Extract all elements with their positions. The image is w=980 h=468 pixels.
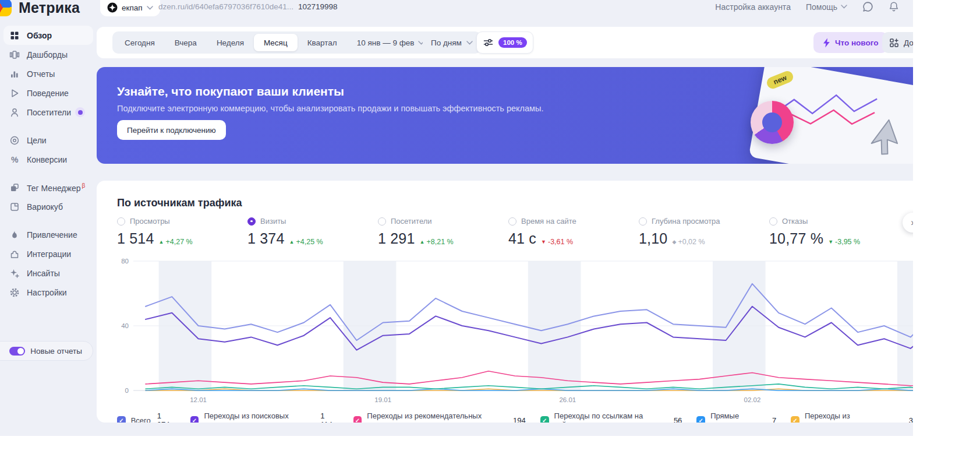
- dashboards-icon: [9, 50, 20, 60]
- sidebar-item-integrations[interactable]: Интеграции: [3, 244, 93, 263]
- checkbox-icon[interactable]: ✓: [117, 416, 126, 423]
- metric-delta: ▲+4,25 %: [289, 238, 323, 246]
- period-tabs: Сегодня Вчера Неделя Месяц Квартал 10 ян…: [112, 31, 437, 54]
- flame-icon: [9, 230, 20, 240]
- metric-visitors: Посетители 1 291 ▲+8,21 %: [378, 217, 508, 247]
- banner-illustration: new: [663, 67, 913, 164]
- whats-new-button[interactable]: Что нового: [813, 32, 887, 53]
- sidebar-item-conversions[interactable]: % Конверсии: [3, 150, 93, 169]
- counter-switcher[interactable]: екпап: [100, 0, 160, 16]
- sidebar-item-label: Тег Менеджерβ: [27, 182, 85, 193]
- chevron-down-icon: [841, 5, 847, 9]
- sidebar-item-dashboards[interactable]: Дашборды: [3, 45, 93, 64]
- connect-ecommerce-button[interactable]: Перейти к подключению: [117, 120, 226, 140]
- sampling-button[interactable]: 100 %: [476, 31, 533, 54]
- legend-item-site-links[interactable]: ✓ Переходы по ссылкам на сайтах 56: [540, 411, 682, 423]
- help-menu[interactable]: Помощь: [806, 2, 847, 12]
- metrika-logo[interactable]: Метрика: [0, 0, 80, 16]
- sidebar-item-attraction[interactable]: Привлечение: [3, 225, 93, 244]
- dzen-logo-icon: [107, 2, 118, 13]
- counter-id: 102719998: [298, 2, 338, 11]
- tab-week[interactable]: Неделя: [207, 34, 254, 51]
- topbar-right: Настройка аккаунта Помощь: [715, 1, 899, 12]
- whats-new-label: Что нового: [835, 38, 878, 47]
- metric-value: 1 514: [117, 230, 154, 247]
- add-widget-button[interactable]: Доба: [882, 32, 913, 53]
- add-widget-icon: [889, 38, 899, 48]
- sidebar-item-tag-manager[interactable]: Тег Менеджерβ: [3, 178, 93, 197]
- sidebar-item-overview[interactable]: Обзор: [3, 26, 93, 45]
- date-range-dropdown[interactable]: 10 янв — 9 фев: [347, 34, 435, 51]
- toggle-switch: [9, 347, 25, 356]
- filter-bar: Сегодня Вчера Неделя Месяц Квартал 10 ян…: [97, 27, 913, 58]
- metric-value: 10,77 %: [769, 230, 823, 247]
- metric-selector[interactable]: Глубина просмотра: [639, 217, 769, 226]
- metric-selector[interactable]: Отказы: [769, 217, 900, 226]
- checkbox-icon[interactable]: ✓: [696, 416, 705, 423]
- sidebar-item-visitors[interactable]: Посетители: [3, 103, 93, 122]
- metric-views: Просмотры 1 514 ▲+4,27 %: [117, 217, 247, 247]
- sidebar: Обзор Дашборды Отчеты Поведение Пос: [0, 19, 97, 436]
- legend-item-total[interactable]: ✓ Всего 1 374: [117, 411, 176, 423]
- sidebar-item-settings[interactable]: Настройки: [3, 283, 93, 302]
- gear-icon: [9, 287, 20, 298]
- tab-quarter[interactable]: Квартал: [298, 34, 347, 51]
- chat-bubble-icon: [862, 1, 873, 12]
- metric-selector[interactable]: Визиты: [247, 217, 378, 226]
- radio-button[interactable]: [378, 217, 386, 226]
- checkbox-icon[interactable]: ✓: [791, 416, 799, 423]
- sliders-icon: [483, 37, 494, 48]
- metric-selector[interactable]: Просмотры: [117, 217, 247, 226]
- account-settings-link[interactable]: Настройка аккаунта: [715, 2, 791, 12]
- banner-title: Узнайте, что покупают ваши клиенты: [117, 85, 344, 98]
- tab-today[interactable]: Сегодня: [115, 34, 165, 51]
- legend-item-messengers[interactable]: ✓ Переходы из мессенджеров 3: [791, 411, 913, 423]
- tab-month[interactable]: Месяц: [254, 34, 298, 51]
- radio-button[interactable]: [247, 217, 256, 226]
- sparkles-icon: [9, 268, 20, 279]
- checkbox-icon[interactable]: ✓: [540, 416, 549, 423]
- sidebar-item-behavior[interactable]: Поведение: [3, 83, 93, 103]
- sidebar-item-insights[interactable]: Инсайты: [3, 263, 93, 283]
- sidebar-item-reports[interactable]: Отчеты: [3, 64, 93, 83]
- tab-yesterday[interactable]: Вчера: [165, 34, 207, 51]
- screenshot-stage: Метрика екпап dzen.ru/id/640efa6797036f7…: [0, 0, 980, 468]
- svg-text:02.02: 02.02: [744, 396, 761, 403]
- checkbox-icon[interactable]: ✓: [353, 416, 362, 423]
- traffic-line-chart[interactable]: 0408012.0119.0126.0102.02: [117, 255, 913, 408]
- svg-text:19.01: 19.01: [374, 396, 391, 403]
- chevron-down-icon: [147, 6, 153, 10]
- metric-value: 1 291: [378, 230, 415, 247]
- metric-visits: Визиты 1 374 ▲+4,25 %: [247, 217, 378, 247]
- metric-selector[interactable]: Посетители: [378, 217, 508, 226]
- chart-legend: ✓ Всего 1 374 ✓ Переходы из поисковых си…: [117, 411, 913, 423]
- new-reports-toggle[interactable]: Новые отчеты: [0, 341, 93, 361]
- traffic-chart-area[interactable]: 0408012.0119.0126.0102.02: [117, 255, 913, 408]
- feedback-chat-button[interactable]: [862, 1, 873, 12]
- sidebar-item-variocube[interactable]: Вариокуб: [3, 197, 93, 216]
- metric-selector[interactable]: Время на сайте: [508, 217, 639, 226]
- metric-value: 1,10: [639, 230, 667, 247]
- radio-button[interactable]: [117, 217, 125, 226]
- legend-item-search[interactable]: ✓ Переходы из поисковых систем 1 114: [190, 411, 339, 423]
- granularity-dropdown[interactable]: По дням: [423, 31, 481, 54]
- notifications-button[interactable]: [889, 1, 899, 12]
- lightning-icon: [823, 38, 830, 48]
- legend-item-recommendations[interactable]: ✓ Переходы из рекомендательных систем 19…: [353, 411, 526, 423]
- radio-button[interactable]: [639, 217, 647, 226]
- sidebar-item-label: Поведение: [27, 89, 69, 98]
- chevron-down-icon: [466, 41, 473, 45]
- radio-button[interactable]: [769, 217, 777, 226]
- cursor-arrow-icon: [864, 116, 905, 159]
- checkbox-icon[interactable]: ✓: [190, 416, 199, 423]
- metric-depth: Глубина просмотра 1,10 ◆+0,02 %: [639, 217, 769, 247]
- metric-delta: ◆+0,02 %: [672, 238, 705, 246]
- legend-item-direct[interactable]: ✓ Прямые заходы 7: [696, 411, 776, 423]
- card-title: По источникам трафика: [117, 197, 242, 209]
- radio-button[interactable]: [508, 217, 516, 226]
- metrika-app-window: Метрика екпап dzen.ru/id/640efa6797036f7…: [0, 0, 913, 436]
- main-content: Сегодня Вчера Неделя Месяц Квартал 10 ян…: [97, 19, 913, 436]
- sidebar-item-goals[interactable]: Цели: [3, 131, 93, 150]
- bar-chart-icon: [9, 69, 20, 79]
- banner-subtitle: Подключите электронную коммерцию, чтобы …: [117, 104, 544, 113]
